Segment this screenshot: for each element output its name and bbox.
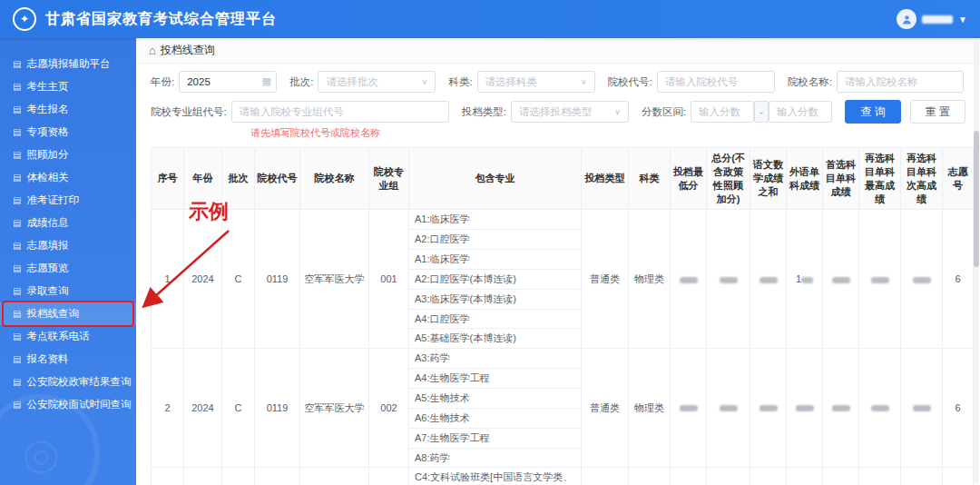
major-item: C4:文科试验班类[中国语言文学类、考古学、历史学类、哲学类、社会学类、法学、新… bbox=[409, 468, 581, 485]
major-item: A1:临床医学 bbox=[409, 210, 581, 230]
redacted-score bbox=[680, 405, 698, 411]
score-range-label: 分数区间: bbox=[642, 105, 686, 119]
sidebar-item-13[interactable]: ▤考点联系电话 bbox=[0, 325, 136, 348]
sidebar-item-label: 考生报名 bbox=[26, 103, 68, 116]
sidebar-item-8[interactable]: ▤成绩信息 bbox=[0, 212, 136, 234]
column-header: 外语单科成绩 bbox=[787, 148, 823, 210]
major-item: A6:生物技术 bbox=[409, 409, 581, 429]
sidebar-item-7[interactable]: ▤准考证打印 bbox=[0, 189, 136, 212]
sidebar-item-4[interactable]: ▤专项资格 bbox=[0, 121, 136, 144]
major-item: A4:口腔医学 bbox=[409, 310, 581, 330]
sidebar-item-10[interactable]: ▤志愿预览 bbox=[0, 257, 136, 280]
major-item: A4:生物医学工程 bbox=[409, 369, 581, 389]
sidebar-item-15[interactable]: ▤公安院校政审结果查询 bbox=[0, 371, 136, 393]
sidebar-item-label: 考点联系电话 bbox=[26, 330, 89, 343]
score-icon: ▤ bbox=[13, 218, 21, 228]
score-cell bbox=[671, 468, 707, 485]
majors-cell: A3:药学A4:生物医学工程A5:生物技术A6:生物技术A7:生物医学工程A8:… bbox=[409, 349, 582, 468]
bonus-icon: ▤ bbox=[13, 150, 21, 160]
table-cell: 物理类 bbox=[629, 210, 671, 349]
column-header: 包含专业 bbox=[409, 148, 582, 210]
score-cell bbox=[750, 349, 787, 468]
subject-select[interactable]: 请选择科类 ∨ bbox=[477, 71, 595, 93]
column-header: 首选科目单科成绩 bbox=[823, 148, 859, 210]
sidebar-item-9[interactable]: ▤志愿填报 bbox=[0, 234, 136, 257]
group-code-input[interactable] bbox=[231, 101, 449, 123]
score-max-input[interactable] bbox=[769, 101, 832, 123]
sidebar-item-6[interactable]: ▤体检相关 bbox=[0, 166, 136, 189]
table-cell bbox=[300, 468, 369, 485]
range-dash: - bbox=[754, 101, 769, 123]
chevron-down-icon: ∨ bbox=[581, 77, 587, 86]
column-header: 投档最低分 bbox=[671, 148, 707, 210]
main-content: ⌂ 投档线查询 年份: ▦ 批次: 请选择批次 ∨ bbox=[136, 38, 980, 485]
college-code-filter: 院校代号: bbox=[608, 71, 775, 93]
type-select[interactable]: 请选择投档类型 ∨ bbox=[511, 101, 629, 123]
redacted-score bbox=[871, 277, 889, 283]
calendar-icon[interactable]: ▦ bbox=[262, 75, 271, 87]
table-row: C4:文科试验班类[中国语言文学类、考古学、历史学类、哲学类、社会学类、法学、新… bbox=[152, 468, 974, 485]
redacted-score bbox=[680, 277, 698, 283]
major-item: A8:药学 bbox=[409, 449, 581, 468]
college-code-input[interactable] bbox=[657, 71, 775, 93]
column-header: 科类 bbox=[629, 148, 671, 210]
sidebar-item-3[interactable]: ▤考生报名 bbox=[0, 98, 136, 121]
table-cell bbox=[184, 468, 222, 485]
chevron-down-icon: ∨ bbox=[422, 77, 428, 86]
table-cell: 空军军医大学 bbox=[300, 349, 369, 468]
scrollbar-thumb[interactable] bbox=[974, 131, 979, 267]
column-header: 投档类型 bbox=[582, 148, 629, 210]
batch-select[interactable]: 请选择批次 ∨ bbox=[318, 71, 436, 93]
sidebar-item-12[interactable]: ▤投档线查询 bbox=[0, 302, 136, 325]
redacted-score bbox=[720, 277, 738, 283]
score-cell bbox=[901, 210, 943, 349]
filter-hint: 请先填写院校代号或院校名称 bbox=[250, 126, 965, 140]
major-item: A1:临床医学 bbox=[409, 250, 581, 270]
score-cell bbox=[750, 210, 787, 349]
majors-cell: C4:文科试验班类[中国语言文学类、考古学、历史学类、哲学类、社会学类、法学、新… bbox=[409, 468, 582, 485]
score-cell bbox=[707, 349, 750, 468]
table-cell: 物理类 bbox=[629, 349, 671, 468]
sidebar-item-2[interactable]: ▤考生主页 bbox=[0, 75, 136, 98]
score-cell bbox=[859, 210, 901, 349]
cutoff-query-icon: ▤ bbox=[13, 309, 21, 319]
table-header-row: 序号年份批次院校代号院校名称院校专业组包含专业投档类型科类投档最低分总分(不含政… bbox=[152, 148, 974, 210]
column-header: 院校代号 bbox=[255, 148, 300, 210]
user-avatar-icon[interactable] bbox=[897, 9, 916, 29]
redacted-score bbox=[913, 277, 931, 283]
column-header: 总分(不含政策性照顾加分) bbox=[707, 148, 750, 210]
user-menu[interactable]: ▼ bbox=[897, 9, 967, 29]
chevron-down-icon: ∨ bbox=[614, 107, 621, 116]
batch-label: 批次: bbox=[289, 75, 313, 89]
year-label: 年份: bbox=[151, 75, 174, 89]
table-cell bbox=[582, 468, 629, 485]
sidebar-item-11[interactable]: ▤录取查询 bbox=[0, 280, 136, 302]
table-cell bbox=[152, 468, 184, 485]
table-cell: 普通类 bbox=[582, 349, 629, 468]
sidebar-item-14[interactable]: ▤报名资料 bbox=[0, 348, 136, 371]
column-header: 志愿号 bbox=[943, 148, 974, 210]
major-item: A3:药学 bbox=[409, 349, 581, 369]
score-min-input[interactable] bbox=[691, 101, 754, 123]
table-cell bbox=[629, 468, 671, 485]
sidebar-item-1[interactable]: ▤志愿填报辅助平台 bbox=[0, 53, 136, 75]
batch-filter: 批次: 请选择批次 ∨ bbox=[289, 71, 436, 93]
search-button[interactable]: 查 询 bbox=[845, 100, 900, 124]
application-icon: ▤ bbox=[13, 241, 21, 251]
police-review-icon: ▤ bbox=[13, 377, 21, 387]
score-cell bbox=[859, 468, 901, 485]
reset-button[interactable]: 重 置 bbox=[910, 100, 965, 124]
score-cell bbox=[787, 468, 823, 485]
score-cell bbox=[859, 349, 901, 468]
college-name-input[interactable] bbox=[837, 71, 964, 93]
table-cell: 2 bbox=[152, 349, 184, 468]
table-cell bbox=[369, 468, 409, 485]
major-item: A7:生物医学工程 bbox=[409, 429, 581, 449]
group-code-filter: 院校专业组代号: bbox=[151, 101, 449, 123]
column-header: 院校专业组 bbox=[369, 148, 409, 210]
sidebar-item-5[interactable]: ▤照顾加分 bbox=[0, 144, 136, 166]
chevron-down-icon[interactable]: ▼ bbox=[958, 15, 967, 25]
sidebar-item-label: 投档线查询 bbox=[26, 307, 79, 321]
vertical-scrollbar[interactable] bbox=[974, 40, 979, 483]
redacted-score bbox=[871, 405, 889, 411]
